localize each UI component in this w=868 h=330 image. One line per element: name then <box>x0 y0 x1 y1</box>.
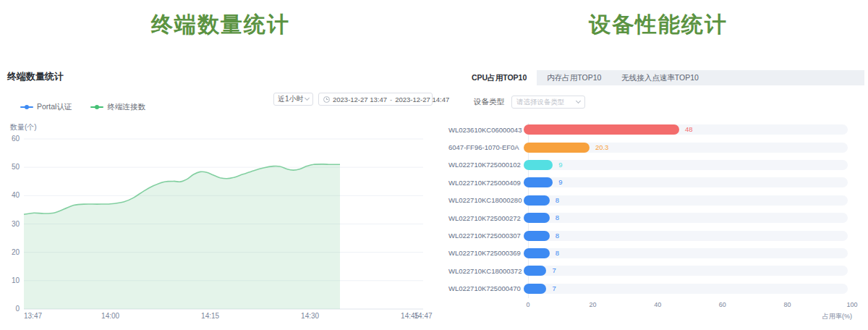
date-range-start: 2023-12-27 13:47 <box>333 96 387 103</box>
bar-track: 48 <box>524 124 848 135</box>
bar-value: 48 <box>685 125 693 133</box>
bar-category-label: WL022710K725000272 <box>448 214 524 222</box>
x-tick-label: 80 <box>783 301 791 308</box>
device-type-select[interactable]: 请选择设备类型 <box>511 96 585 109</box>
chevron-down-icon <box>305 96 310 101</box>
terminal-line-chart[interactable]: 数量(个)010203040506013:4714:0014:1514:3014… <box>0 117 434 327</box>
y-tick-label: 60 <box>12 135 20 143</box>
bar-track: 9 <box>524 177 848 187</box>
date-range-end: 2023-12-27 14:47 <box>395 96 449 103</box>
legend-item-1[interactable]: 终端连接数 <box>90 102 145 112</box>
legend-marker-icon <box>90 104 103 110</box>
date-range-picker[interactable]: 2023-12-27 13:47 - 2023-12-27 14:47 <box>318 93 433 106</box>
bar-value: 8 <box>556 249 559 257</box>
date-range-separator: - <box>390 96 392 103</box>
legend-item-0[interactable]: Portal认证 <box>20 102 72 112</box>
x-tick-label: 0 <box>526 301 529 308</box>
bar-category-label: WL022710K725000470 <box>448 284 524 292</box>
bar-6047-FF96-1070-EF0A[interactable] <box>524 143 590 153</box>
bar-row: WL022710KC180003727 <box>448 262 854 279</box>
chart-legend: Portal认证终端连接数 <box>20 102 145 112</box>
bar-WL022710K725000307[interactable] <box>524 231 550 241</box>
bar-row: WL022710K7250004707 <box>448 280 854 297</box>
legend-marker-icon <box>20 104 33 110</box>
bar-category-label: WL022710KC18000280 <box>448 196 524 204</box>
y-axis-title: 数量(个) <box>9 123 37 131</box>
bar-track: 8 <box>524 195 848 206</box>
bar-category-label: WL022710K725000409 <box>448 179 524 187</box>
bar-track: 8 <box>524 231 848 241</box>
y-tick-label: 30 <box>12 220 20 228</box>
bar-value: 9 <box>558 178 562 186</box>
bar-row: 6047-FF96-1070-EF0A20.3 <box>448 138 854 156</box>
bar-value: 7 <box>552 284 556 292</box>
bar-row: WL022710KC180002808 <box>448 192 854 209</box>
bar-category-label: WL023610KC06000043 <box>448 126 524 134</box>
device-type-filter-row: 设备类型 请选择设备类型 <box>474 96 585 109</box>
tab-memory-top10[interactable]: 内存占用TOP10 <box>537 70 611 85</box>
device-type-label: 设备类型 <box>474 97 504 107</box>
bar-WL022710K725000102[interactable] <box>524 160 553 170</box>
bar-value: 7 <box>552 266 556 274</box>
bar-row: WL022710K7250001029 <box>448 156 854 174</box>
x-tick-label: 60 <box>719 301 726 308</box>
bar-row: WL022710K7250003698 <box>448 245 854 262</box>
bar-category-label: WL022710K725000307 <box>448 232 524 240</box>
y-tick-label: 0 <box>15 305 20 313</box>
bar-row: WL022710K7250004099 <box>448 174 854 191</box>
y-tick-label: 40 <box>12 191 20 199</box>
left-page-title: 终端数量统计 <box>0 10 441 40</box>
tab-cpu-top10[interactable]: CPU占用TOP10 <box>461 70 537 85</box>
bar-category-label: 6047-FF96-1070-EF0A <box>448 143 524 151</box>
bar-track: 9 <box>524 160 848 170</box>
bar-category-label: WL022710K725000102 <box>448 161 524 169</box>
time-range-value: 近1小时 <box>278 94 305 104</box>
bar-track: 20.3 <box>524 143 848 153</box>
bar-value: 8 <box>556 213 559 221</box>
area-fill <box>24 164 340 309</box>
bar-row: WL022710K7250003078 <box>448 227 854 244</box>
bar-WL023610KC06000043[interactable] <box>524 124 679 135</box>
legend-dot <box>25 105 29 109</box>
bar-chart-x-axis-label: 占用率(%) <box>528 312 852 321</box>
x-tick-label: 14:15 <box>201 312 219 320</box>
bar-WL022710K725000272[interactable] <box>524 213 550 223</box>
tab-wireless-rate-top10[interactable]: 无线接入点速率TOP10 <box>611 70 709 85</box>
terminal-widget-title: 终端数量统计 <box>7 70 64 83</box>
x-tick-label: 14:47 <box>414 312 432 320</box>
bar-chart-x-ticks: 020406080100 <box>528 301 852 310</box>
cpu-top10-bar-chart: WL023610KC06000043486047-FF96-1070-EF0A2… <box>448 121 854 297</box>
clock-icon <box>323 96 330 103</box>
bar-WL022710K725000470[interactable] <box>524 284 546 294</box>
x-tick-label: 20 <box>590 301 597 308</box>
x-tick-label: 14:30 <box>301 312 319 320</box>
bar-track: 7 <box>524 284 848 294</box>
right-page-title: 设备性能统计 <box>448 10 868 40</box>
bar-row: WL022710K7250002728 <box>448 209 854 227</box>
x-tick-label: 14:00 <box>101 312 119 320</box>
x-tick-label: 13:47 <box>24 312 42 320</box>
bar-track: 8 <box>524 213 848 223</box>
bar-WL022710KC18000372[interactable] <box>524 266 546 276</box>
time-range-select[interactable]: 近1小时 <box>273 93 313 106</box>
device-type-placeholder: 请选择设备类型 <box>516 98 576 107</box>
bar-value: 9 <box>558 161 562 169</box>
legend-label: Portal认证 <box>37 102 72 112</box>
chevron-down-icon <box>576 98 581 103</box>
terminal-stats-panel: 终端数量统计 终端数量统计 近1小时 2023-12-27 13:47 - 20… <box>0 0 441 330</box>
y-tick-label: 10 <box>12 276 20 284</box>
bar-value: 8 <box>556 196 559 204</box>
bar-track: 7 <box>524 266 848 276</box>
bar-row: WL023610KC0600004348 <box>448 121 854 138</box>
legend-dot <box>95 105 99 109</box>
bar-WL022710KC18000280[interactable] <box>524 195 550 206</box>
y-tick-label: 20 <box>12 248 20 256</box>
bar-category-label: WL022710KC18000372 <box>448 267 524 275</box>
bar-track: 8 <box>524 248 848 258</box>
x-tick-label: 100 <box>846 301 857 308</box>
top10-tab-bar: CPU占用TOP10 内存占用TOP10 无线接入点速率TOP10 <box>461 70 864 85</box>
bar-WL022710K725000369[interactable] <box>524 248 550 258</box>
y-tick-label: 50 <box>12 163 20 171</box>
bar-WL022710K725000409[interactable] <box>524 177 553 187</box>
legend-label: 终端连接数 <box>107 102 145 112</box>
